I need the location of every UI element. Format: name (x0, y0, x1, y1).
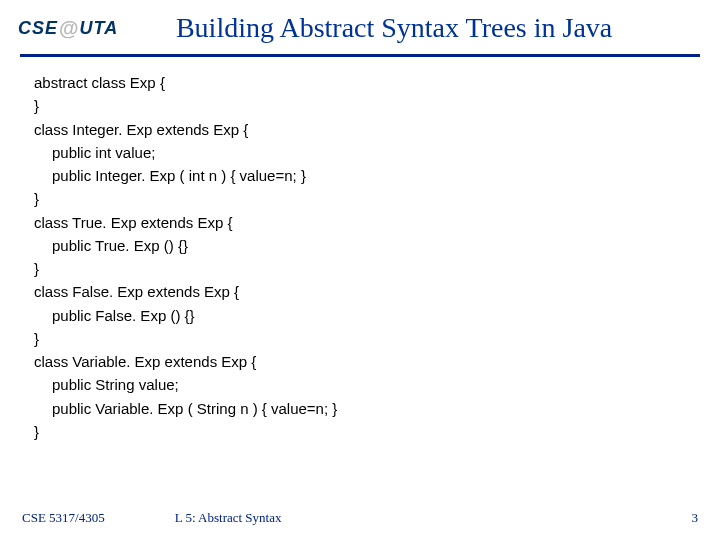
code-line: public int value; (34, 141, 700, 164)
code-line: public True. Exp () {} (34, 234, 700, 257)
code-line: public String value; (34, 373, 700, 396)
code-line: } (34, 420, 700, 443)
code-line: } (34, 187, 700, 210)
footer-lecture: L 5: Abstract Syntax (175, 510, 282, 526)
footer: CSE 5317/4305 L 5: Abstract Syntax 3 (0, 510, 720, 526)
code-line: class Integer. Exp extends Exp { (34, 118, 700, 141)
code-line: } (34, 327, 700, 350)
logo-right-text: UTA (80, 18, 119, 39)
code-line: class True. Exp extends Exp { (34, 211, 700, 234)
code-block: abstract class Exp { } class Integer. Ex… (0, 57, 720, 443)
footer-course: CSE 5317/4305 (22, 510, 105, 526)
page-number: 3 (692, 510, 699, 526)
code-line: public Integer. Exp ( int n ) { value=n;… (34, 164, 700, 187)
logo: CSE @ UTA (18, 17, 118, 40)
logo-left-text: CSE (18, 18, 58, 39)
page-title: Building Abstract Syntax Trees in Java (148, 12, 700, 44)
code-line: public Variable. Exp ( String n ) { valu… (34, 397, 700, 420)
slide: CSE @ UTA Building Abstract Syntax Trees… (0, 0, 720, 540)
code-line: } (34, 94, 700, 117)
code-line: class False. Exp extends Exp { (34, 280, 700, 303)
header: CSE @ UTA Building Abstract Syntax Trees… (0, 0, 720, 50)
code-line: } (34, 257, 700, 280)
code-line: class Variable. Exp extends Exp { (34, 350, 700, 373)
at-icon: @ (59, 17, 79, 40)
code-line: public False. Exp () {} (34, 304, 700, 327)
code-line: abstract class Exp { (34, 71, 700, 94)
